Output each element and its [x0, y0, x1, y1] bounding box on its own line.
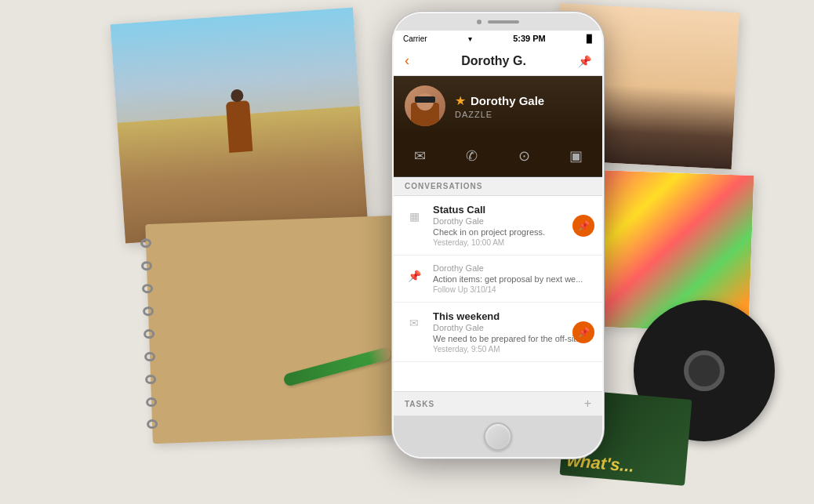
contact-header: ★ Dorothy Gale DAZZLE	[394, 76, 602, 136]
carrier-label: Carrier	[403, 34, 427, 43]
time-label: 5:39 PM	[513, 34, 546, 43]
conversation-item-action-items[interactable]: 📌 Dorothy Gale Action items: get proposa…	[394, 256, 602, 303]
notebook-spiral	[140, 232, 159, 436]
iphone-frame: Carrier ▾ 5:39 PM ▉ ‹ Dorothy G. 📌	[392, 12, 604, 459]
spiral-ring	[142, 284, 153, 293]
location-action-icon[interactable]: ⊙	[511, 143, 536, 169]
spiral-ring	[144, 329, 154, 339]
iphone-speaker	[488, 20, 519, 24]
action-icons-row: ✉ ✆ ⊙ ▣	[394, 136, 602, 177]
nav-title: Dorothy G.	[461, 54, 526, 68]
conv-meta: Yesterday, 10:00 AM	[433, 238, 593, 247]
conv-contact: Dorothy Gale	[433, 216, 593, 226]
conversation-list: ▦ Status Call Dorothy Gale Check in on p…	[394, 196, 602, 391]
email-action-icon[interactable]: ✉	[407, 143, 432, 169]
conv-type-icon-calendar: ▦	[403, 205, 425, 227]
conv-meta: Yesterday, 9:50 AM	[433, 345, 593, 354]
conv-content-action-items: Dorothy Gale Action items: get proposal …	[433, 263, 593, 294]
spiral-ring	[144, 352, 155, 361]
iphone-camera	[477, 20, 481, 24]
conv-title: This weekend	[433, 310, 593, 322]
conv-preview: Action items: get proposal by next we...	[433, 274, 593, 284]
conv-meta: Follow Up 3/10/14	[433, 285, 593, 294]
spiral-ring	[147, 419, 158, 429]
conv-preview: Check in on project progress.	[433, 227, 593, 237]
contact-name-row: ★ Dorothy Gale	[455, 93, 591, 108]
iphone-screen: Carrier ▾ 5:39 PM ▉ ‹ Dorothy G. 📌	[394, 31, 602, 416]
wifi-icon: ▾	[468, 34, 472, 43]
conv-contact: Dorothy Gale	[433, 323, 593, 332]
conv-content-this-weekend: This weekend Dorothy Gale We need to be …	[433, 310, 593, 354]
star-icon: ★	[455, 93, 466, 108]
status-bar: Carrier ▾ 5:39 PM ▉	[394, 31, 602, 46]
conversation-item-status-call[interactable]: ▦ Status Call Dorothy Gale Check in on p…	[394, 196, 602, 256]
contact-tag: DAZZLE	[455, 110, 591, 119]
conv-title: Status Call	[433, 204, 593, 216]
tasks-add-button[interactable]: +	[584, 397, 591, 411]
spiral-ring	[143, 306, 154, 316]
conversations-section-label: CONVERSATIONS	[394, 177, 602, 196]
iphone-home-area	[394, 416, 602, 457]
conv-type-icon-pin: 📌	[403, 265, 425, 287]
avatar-glasses	[415, 96, 435, 103]
iphone-device: Carrier ▾ 5:39 PM ▉ ‹ Dorothy G. 📌	[392, 12, 604, 459]
message-action-icon[interactable]: ▣	[564, 143, 589, 169]
iphone-inner: Carrier ▾ 5:39 PM ▉ ‹ Dorothy G. 📌	[394, 13, 602, 457]
contact-avatar	[405, 85, 445, 126]
spiral-ring	[146, 397, 157, 406]
pin-badge-icon-2: 📌	[578, 327, 590, 338]
person-silhouette	[221, 88, 256, 153]
spiral-ring	[145, 375, 156, 384]
conv-badge-pin: 📌	[572, 215, 594, 237]
contact-info: ★ Dorothy Gale DAZZLE	[455, 93, 591, 119]
battery-icon: ▉	[587, 34, 593, 43]
pin-badge-icon: 📌	[578, 220, 590, 231]
tasks-bar[interactable]: TASKS +	[394, 391, 602, 416]
conv-content-status-call: Status Call Dorothy Gale Check in on pro…	[433, 204, 593, 247]
spiral-ring	[140, 238, 151, 248]
tasks-label: TASKS	[405, 400, 434, 408]
contact-name: Dorothy Gale	[471, 94, 544, 107]
conv-type-icon-email: ✉	[403, 312, 425, 334]
conv-preview: We need to be prepared for the off-sit..…	[433, 334, 593, 343]
spiral-ring	[141, 261, 152, 270]
conv-badge-pin-2: 📌	[572, 321, 594, 343]
phone-action-icon[interactable]: ✆	[460, 143, 485, 169]
notebook	[145, 215, 427, 444]
photo-mountain	[111, 8, 369, 244]
conversation-item-this-weekend[interactable]: ✉ This weekend Dorothy Gale We need to b…	[394, 303, 602, 362]
nav-bar: ‹ Dorothy G. 📌	[394, 46, 602, 76]
iphone-top-bar	[394, 13, 602, 31]
pin-button[interactable]: 📌	[578, 55, 591, 67]
conv-contact: Dorothy Gale	[433, 263, 593, 273]
back-button[interactable]: ‹	[405, 53, 409, 69]
home-button[interactable]	[484, 422, 512, 451]
